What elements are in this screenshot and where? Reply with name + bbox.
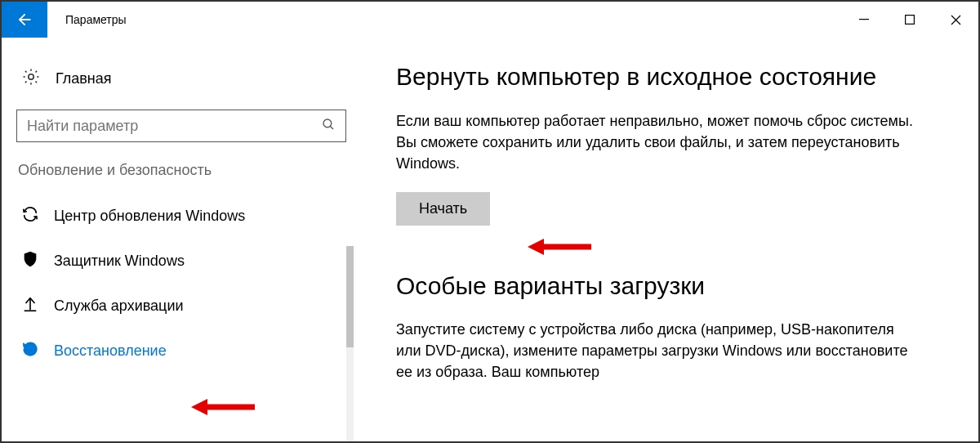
history-icon	[21, 340, 39, 362]
search-input[interactable]	[16, 110, 346, 142]
minimize-button[interactable]	[841, 2, 887, 38]
sidebar-item-label: Служба архивации	[54, 298, 184, 315]
sidebar-section-title: Обновление и безопасность	[16, 162, 357, 179]
reset-title: Вернуть компьютер в исходное состояние	[396, 60, 954, 94]
sidebar-home-label: Главная	[56, 70, 112, 87]
maximize-button[interactable]	[887, 2, 933, 38]
annotation-arrow-icon	[191, 397, 255, 417]
svg-marker-10	[528, 239, 544, 255]
close-button[interactable]	[933, 2, 978, 38]
advanced-title: Особые варианты загрузки	[396, 270, 954, 303]
svg-rect-0	[859, 19, 869, 20]
sidebar-scrollbar[interactable]	[346, 246, 354, 443]
sync-icon	[21, 205, 39, 227]
sidebar-home[interactable]: Главная	[16, 60, 357, 110]
sidebar-item-defender[interactable]: Защитник Windows	[16, 239, 357, 284]
back-button[interactable]	[2, 2, 47, 38]
svg-marker-8	[191, 399, 207, 415]
search-field[interactable]	[27, 118, 321, 135]
window-title: Параметры	[47, 13, 127, 26]
upload-icon	[21, 295, 39, 317]
shield-icon	[21, 250, 39, 272]
search-icon	[321, 117, 336, 135]
gear-icon	[21, 67, 41, 90]
sidebar-item-label: Центр обновления Windows	[54, 208, 245, 225]
svg-line-4	[330, 126, 333, 129]
svg-point-2	[29, 74, 33, 79]
reset-description: Если ваш компьютер работает неправильно,…	[396, 110, 919, 174]
advanced-description: Запустите систему с устройства либо диск…	[396, 319, 919, 383]
main-pane: Вернуть компьютер в исходное состояние Е…	[357, 38, 978, 441]
svg-point-3	[323, 119, 332, 128]
sidebar-item-backup[interactable]: Служба архивации	[16, 284, 357, 329]
sidebar-item-update[interactable]: Центр обновления Windows	[16, 194, 357, 239]
sidebar-item-label: Восстановление	[54, 342, 167, 360]
annotation-arrow-icon	[528, 237, 591, 257]
sidebar: Главная Обновление и безопасность Центр …	[2, 38, 357, 441]
sidebar-item-recovery[interactable]: Восстановление	[16, 329, 357, 374]
sidebar-item-label: Защитник Windows	[54, 253, 185, 270]
reset-start-button[interactable]: Начать	[396, 192, 490, 226]
svg-rect-1	[906, 16, 915, 25]
sidebar-scrollbar-thumb[interactable]	[346, 246, 354, 347]
